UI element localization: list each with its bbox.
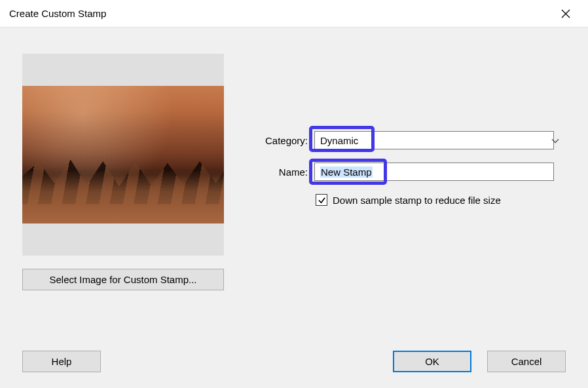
button-row: Help OK Cancel	[0, 351, 588, 372]
ok-button[interactable]: OK	[393, 351, 471, 372]
stamp-preview	[22, 54, 224, 256]
category-field-wrap	[314, 131, 566, 149]
check-icon	[318, 196, 326, 204]
downsample-row: Down sample stamp to reduce file size	[316, 194, 566, 206]
cancel-button[interactable]: Cancel	[487, 351, 566, 372]
downsample-checkbox[interactable]	[316, 194, 327, 206]
name-input-selection: New Stamp	[320, 166, 373, 178]
window-title: Create Custom Stamp	[9, 8, 106, 19]
close-button[interactable]	[553, 1, 579, 27]
create-custom-stamp-dialog: Create Custom Stamp Select Image for Cus…	[0, 0, 588, 388]
select-image-button[interactable]: Select Image for Custom Stamp...	[22, 269, 224, 290]
inner-panel: Select Image for Custom Stamp... Categor…	[22, 54, 566, 355]
help-button[interactable]: Help	[22, 351, 101, 372]
form: Category: Name: New Stamp	[251, 131, 566, 206]
name-field-wrap: New Stamp	[314, 163, 566, 181]
close-icon	[561, 9, 570, 18]
category-row: Category:	[251, 131, 566, 149]
name-input[interactable]: New Stamp	[314, 163, 554, 181]
titlebar: Create Custom Stamp	[0, 0, 588, 28]
name-label: Name:	[251, 166, 310, 178]
client-area: Select Image for Custom Stamp... Categor…	[0, 28, 588, 388]
name-row: Name: New Stamp	[251, 163, 566, 181]
category-label: Category:	[251, 135, 310, 146]
stamp-preview-image	[22, 86, 224, 223]
downsample-label: Down sample stamp to reduce file size	[333, 195, 501, 206]
category-combobox[interactable]	[314, 131, 554, 149]
